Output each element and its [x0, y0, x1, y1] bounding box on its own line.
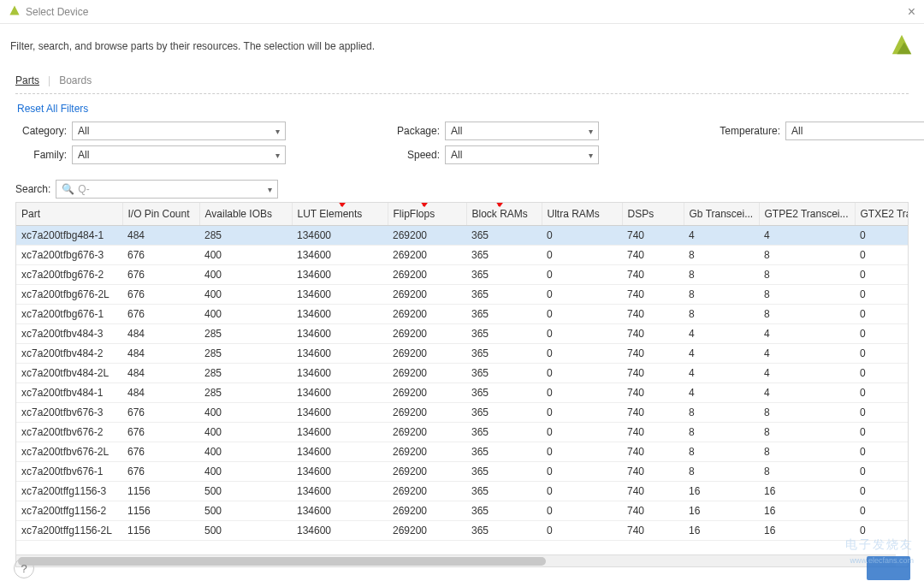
cell-gtpe2: 16 — [759, 482, 855, 501]
table-row[interactable]: xc7a200tfbv676-1676400134600269200365074… — [16, 462, 908, 482]
brand-logo-icon — [890, 33, 914, 59]
table-scroll[interactable]: PartI/O Pin CountAvailable IOBsLUT Eleme… — [16, 203, 908, 566]
cell-io: 676 — [122, 285, 199, 305]
cell-gb: 4 — [684, 364, 759, 383]
cell-iob: 500 — [199, 501, 292, 521]
table-row[interactable]: xc7a200tfbg484-1484285134600269200365074… — [16, 226, 908, 246]
table-row[interactable]: xc7a200tfbg676-3676400134600269200365074… — [16, 246, 908, 265]
cell-lut: 134600 — [292, 344, 388, 364]
cell-uram: 0 — [542, 403, 622, 423]
cell-ff: 269200 — [388, 482, 466, 501]
cell-bram: 365 — [466, 305, 542, 324]
temperature-value: All — [791, 125, 803, 137]
help-button[interactable]: ? — [14, 558, 34, 578]
tab-boards[interactable]: Boards — [59, 74, 92, 86]
cell-uram: 0 — [542, 364, 622, 383]
table-row[interactable]: xc7a200tfbv484-1484285134600269200365074… — [16, 383, 908, 403]
cell-bram: 365 — [466, 265, 542, 285]
speed-select[interactable]: All ▾ — [445, 145, 599, 164]
table-row[interactable]: xc7a200tfbv484-2484285134600269200365074… — [16, 344, 908, 364]
close-icon[interactable]: × — [908, 4, 915, 20]
cell-io: 676 — [122, 442, 199, 462]
table-row[interactable]: xc7a200tfbv484-3484285134600269200365074… — [16, 324, 908, 344]
cell-iob: 400 — [199, 442, 292, 462]
category-label: Category: — [15, 125, 67, 137]
cell-io: 676 — [122, 462, 199, 482]
reset-filters-link[interactable]: Reset All Filters — [15, 99, 909, 122]
cell-ff: 269200 — [388, 246, 466, 265]
cell-lut: 134600 — [292, 246, 388, 265]
column-header[interactable]: GTPE2 Transcei... — [759, 203, 855, 226]
table-row[interactable]: xc7a200tfbv676-3676400134600269200365074… — [16, 403, 908, 423]
family-label: Family: — [15, 149, 67, 161]
cell-part: xc7a200tfbv484-2 — [16, 344, 122, 364]
column-header[interactable]: DSPs — [622, 203, 684, 226]
cell-gtpe2: 8 — [759, 305, 855, 324]
arrow-annotation-icon — [335, 202, 372, 215]
cell-gtpe2: 16 — [759, 521, 855, 541]
column-header[interactable]: Part — [16, 203, 122, 226]
cell-part: xc7a200tfbv484-3 — [16, 324, 122, 344]
cell-bram: 365 — [466, 462, 542, 482]
cell-io: 484 — [122, 344, 199, 364]
cell-gtpe2: 4 — [759, 324, 855, 344]
table-row[interactable]: xc7a200tffg1156-211565001346002692003650… — [16, 501, 908, 521]
package-select[interactable]: All ▾ — [445, 122, 599, 140]
cell-iob: 400 — [199, 285, 292, 305]
cell-ff: 269200 — [388, 403, 466, 423]
category-select[interactable]: All ▾ — [72, 122, 286, 140]
table-row[interactable]: xc7a200tfbv676-2676400134600269200365074… — [16, 423, 908, 442]
cell-gtpe2: 8 — [759, 423, 855, 442]
cell-lut: 134600 — [292, 265, 388, 285]
column-header[interactable]: I/O Pin Count — [122, 203, 199, 226]
column-header[interactable]: GTXE2 Tra — [855, 203, 908, 226]
cell-gb: 16 — [684, 521, 759, 541]
table-row[interactable]: xc7a200tffg1156-2L1156500134600269200365… — [16, 521, 908, 541]
cell-gtxe2: 0 — [855, 246, 908, 265]
column-header[interactable]: Gb Transcei... — [684, 203, 759, 226]
cell-gtxe2: 0 — [855, 383, 908, 403]
cell-dsp: 740 — [622, 383, 684, 403]
cell-part: xc7a200tfbv484-2L — [16, 364, 122, 383]
cell-io: 1156 — [122, 482, 199, 501]
cell-ff: 269200 — [388, 364, 466, 383]
family-value: All — [78, 149, 89, 161]
cell-dsp: 740 — [622, 364, 684, 383]
cell-ff: 269200 — [388, 423, 466, 442]
cell-part: xc7a200tfbg484-1 — [16, 226, 122, 246]
tab-separator: | — [48, 74, 50, 86]
table-row[interactable]: xc7a200tfbg676-2L67640013460026920036507… — [16, 285, 908, 305]
cell-lut: 134600 — [292, 423, 388, 442]
watermark-text: 电子发烧友 — [845, 537, 914, 553]
temperature-select[interactable]: All ▾ — [785, 122, 924, 140]
table-row[interactable]: xc7a200tfbv676-2L67640013460026920036507… — [16, 442, 908, 462]
table-row[interactable]: xc7a200tfbg676-1676400134600269200365074… — [16, 305, 908, 324]
cell-bram: 365 — [466, 521, 542, 541]
filters-row: Category: All ▾ Family: All ▾ Package: A… — [15, 122, 909, 164]
titlebar: Select Device × — [0, 0, 924, 24]
cell-dsp: 740 — [622, 324, 684, 344]
table-row[interactable]: xc7a200tfbg676-2676400134600269200365074… — [16, 265, 908, 285]
cell-iob: 400 — [199, 265, 292, 285]
search-input[interactable]: 🔍 Q- ▾ — [56, 180, 278, 199]
tab-parts[interactable]: Parts — [15, 74, 39, 86]
family-select[interactable]: All ▾ — [72, 145, 286, 164]
cell-uram: 0 — [542, 442, 622, 462]
cell-uram: 0 — [542, 462, 622, 482]
table-row[interactable]: xc7a200tffg1156-311565001346002692003650… — [16, 482, 908, 501]
cell-ff: 269200 — [388, 285, 466, 305]
cell-ff: 269200 — [388, 226, 466, 246]
parts-table-wrap: PartI/O Pin CountAvailable IOBsLUT Eleme… — [15, 202, 909, 567]
speed-value: All — [451, 149, 462, 161]
table-row[interactable]: xc7a200tfbv484-2L48428513460026920036507… — [16, 364, 908, 383]
cell-gtpe2: 4 — [759, 383, 855, 403]
search-icon: 🔍 — [62, 183, 74, 195]
cell-lut: 134600 — [292, 285, 388, 305]
svg-line-0 — [341, 202, 369, 206]
speed-label: Speed: — [370, 149, 440, 161]
cell-gb: 8 — [684, 423, 759, 442]
column-header[interactable]: Ultra RAMs — [542, 203, 622, 226]
cell-iob: 400 — [199, 403, 292, 423]
column-header[interactable]: Available IOBs — [199, 203, 292, 226]
cell-gb: 4 — [684, 226, 759, 246]
